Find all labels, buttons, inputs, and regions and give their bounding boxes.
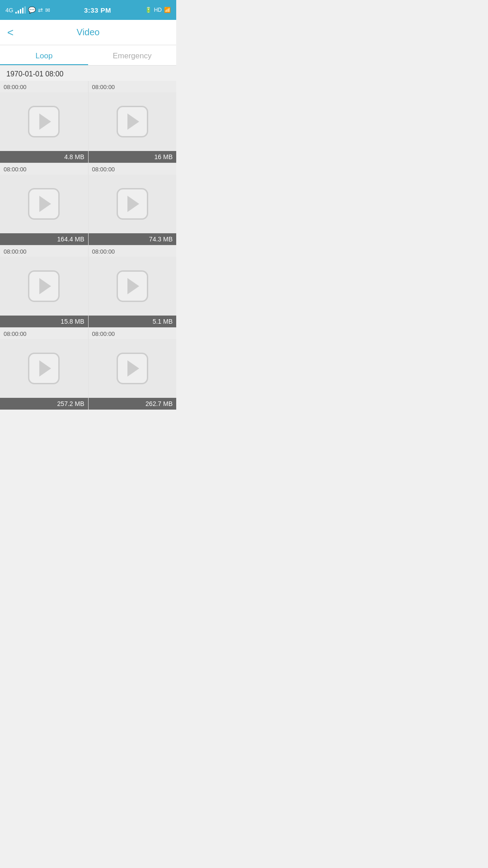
status-bar: 4G 💬 ⇄ ✉ 3:33 PM 🔋 HD 📶: [0, 0, 176, 20]
video-size: 5.1 MB: [89, 316, 177, 327]
video-item[interactable]: 08:00:00 4.8 MB: [0, 81, 88, 163]
video-item[interactable]: 08:00:00 257.2 MB: [0, 328, 88, 410]
video-thumbnail: [0, 92, 88, 151]
tab-bar: Loop Emergency: [0, 45, 176, 66]
signal-bars: [15, 6, 26, 14]
back-button[interactable]: <: [7, 27, 14, 38]
video-thumbnail: [89, 92, 177, 151]
video-size: 74.3 MB: [89, 233, 177, 245]
play-triangle-icon: [39, 360, 51, 377]
video-item[interactable]: 08:00:00 15.8 MB: [0, 245, 88, 327]
video-size: 15.8 MB: [0, 316, 88, 327]
video-thumbnail: [89, 339, 177, 398]
video-timestamp: 08:00:00: [0, 328, 88, 339]
video-size: 164.4 MB: [0, 233, 88, 245]
video-size: 257.2 MB: [0, 398, 88, 410]
video-timestamp: 08:00:00: [0, 163, 88, 175]
play-button-icon: [28, 270, 60, 302]
video-timestamp: 08:00:00: [0, 245, 88, 257]
video-timestamp: 08:00:00: [89, 245, 177, 257]
video-thumbnail: [0, 257, 88, 316]
status-right: 🔋 HD 📶: [145, 7, 171, 13]
sms-icon: ✉: [45, 7, 50, 14]
play-triangle-icon: [39, 113, 51, 130]
video-size: 16 MB: [89, 151, 177, 163]
video-timestamp: 08:00:00: [89, 81, 177, 92]
video-thumbnail: [89, 175, 177, 233]
play-button-icon: [28, 353, 60, 384]
video-item[interactable]: 08:00:00 16 MB: [89, 81, 177, 163]
video-timestamp: 08:00:00: [89, 163, 177, 175]
wechat-icon: 💬: [28, 6, 36, 14]
navbar: < Video: [0, 20, 176, 45]
status-left: 4G 💬 ⇄ ✉: [5, 6, 50, 14]
video-item[interactable]: 08:00:00 74.3 MB: [89, 163, 177, 245]
play-triangle-icon: [127, 278, 139, 294]
tab-loop[interactable]: Loop: [0, 45, 88, 65]
play-triangle-icon: [127, 360, 139, 377]
transfer-icon: ⇄: [38, 7, 43, 14]
video-item[interactable]: 08:00:00 164.4 MB: [0, 163, 88, 245]
video-thumbnail: [89, 257, 177, 316]
video-timestamp: 08:00:00: [0, 81, 88, 92]
play-button-icon: [117, 188, 148, 220]
play-button-icon: [117, 270, 148, 302]
play-triangle-icon: [127, 113, 139, 130]
date-header: 1970-01-01 08:00: [0, 66, 176, 81]
video-item[interactable]: 08:00:00 262.7 MB: [89, 328, 177, 410]
carrier-label: 4G: [5, 7, 13, 14]
play-triangle-icon: [39, 278, 51, 294]
video-grid: 08:00:00 4.8 MB 08:00:00 16 MB 08:00:00 …: [0, 81, 176, 410]
status-time: 3:33 PM: [84, 6, 111, 14]
tab-emergency[interactable]: Emergency: [88, 45, 176, 65]
page-title: Video: [77, 27, 100, 38]
video-thumbnail: [0, 339, 88, 398]
play-triangle-icon: [127, 196, 139, 212]
play-button-icon: [117, 106, 148, 137]
hd-label: HD: [154, 7, 162, 13]
play-button-icon: [28, 106, 60, 137]
wifi-icon: 📶: [164, 7, 171, 13]
video-size: 262.7 MB: [89, 398, 177, 410]
video-thumbnail: [0, 175, 88, 233]
play-button-icon: [28, 188, 60, 220]
play-button-icon: [117, 353, 148, 384]
video-item[interactable]: 08:00:00 5.1 MB: [89, 245, 177, 327]
video-size: 4.8 MB: [0, 151, 88, 163]
play-triangle-icon: [39, 196, 51, 212]
battery-charging-icon: 🔋: [145, 7, 152, 13]
video-timestamp: 08:00:00: [89, 328, 177, 339]
